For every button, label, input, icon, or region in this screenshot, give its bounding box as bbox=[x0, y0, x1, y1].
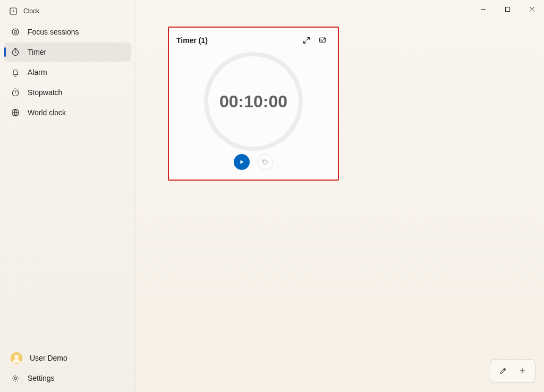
nav: Focus sessions Timer Alarm Stopwatch Wor bbox=[2, 21, 133, 123]
svg-point-1 bbox=[12, 29, 19, 35]
compact-overlay-button[interactable] bbox=[314, 33, 330, 47]
timer-card-header: Timer (1) bbox=[176, 33, 330, 48]
minimize-button[interactable] bbox=[471, 0, 495, 18]
sidebar-item-label: Stopwatch bbox=[28, 88, 62, 97]
sidebar-bottom: User Demo Settings bbox=[2, 348, 133, 390]
sidebar-item-focus-sessions[interactable]: Focus sessions bbox=[4, 22, 131, 41]
sidebar-item-world-clock[interactable]: World clock bbox=[4, 103, 131, 122]
timer-icon bbox=[11, 47, 20, 57]
focus-icon bbox=[11, 27, 20, 37]
avatar bbox=[11, 352, 22, 364]
sidebar-item-label: Focus sessions bbox=[28, 28, 79, 36]
window-controls bbox=[471, 0, 544, 18]
expand-button[interactable] bbox=[299, 33, 314, 47]
sidebar-item-settings[interactable]: Settings bbox=[4, 369, 131, 388]
clock-app-icon bbox=[8, 6, 18, 16]
sidebar-item-user[interactable]: User Demo bbox=[4, 348, 131, 368]
fab-toolbar bbox=[490, 359, 536, 382]
sidebar-item-alarm[interactable]: Alarm bbox=[4, 63, 131, 82]
app-title-row: Clock bbox=[2, 2, 133, 21]
timer-card: Timer (1) 00:10:00 bbox=[168, 27, 339, 181]
sidebar-spacer bbox=[2, 123, 133, 348]
svg-point-6 bbox=[14, 377, 17, 380]
sidebar-item-label: World clock bbox=[28, 108, 66, 117]
stopwatch-icon bbox=[11, 88, 20, 97]
close-button[interactable] bbox=[520, 0, 544, 18]
gear-icon bbox=[11, 373, 20, 383]
app-title: Clock bbox=[23, 7, 39, 15]
sidebar-item-label: Settings bbox=[28, 374, 55, 382]
sidebar-item-timer[interactable]: Timer bbox=[4, 42, 131, 62]
timer-controls bbox=[176, 154, 330, 172]
world-clock-icon bbox=[11, 108, 20, 117]
timer-time-display: 00:10:00 bbox=[219, 92, 287, 112]
alarm-icon bbox=[11, 67, 20, 77]
svg-point-2 bbox=[14, 31, 17, 33]
play-button[interactable] bbox=[234, 154, 250, 170]
sidebar-item-label: User Demo bbox=[30, 354, 67, 362]
maximize-button[interactable] bbox=[495, 0, 520, 18]
sidebar-item-stopwatch[interactable]: Stopwatch bbox=[4, 83, 131, 102]
timer-ring-wrap: 00:10:00 bbox=[176, 48, 330, 154]
sidebar-item-label: Alarm bbox=[28, 68, 47, 76]
add-timer-button[interactable] bbox=[513, 361, 532, 380]
timer-title: Timer (1) bbox=[176, 36, 299, 45]
reset-button[interactable] bbox=[257, 154, 273, 170]
edit-timers-button[interactable] bbox=[494, 361, 513, 380]
svg-rect-7 bbox=[505, 7, 509, 11]
timer-progress-ring[interactable]: 00:10:00 bbox=[204, 52, 303, 151]
sidebar: Clock Focus sessions Timer Alarm Stopwa bbox=[0, 0, 136, 392]
sidebar-item-label: Timer bbox=[28, 48, 46, 56]
main: Timer (1) 00:10:00 bbox=[136, 0, 544, 392]
